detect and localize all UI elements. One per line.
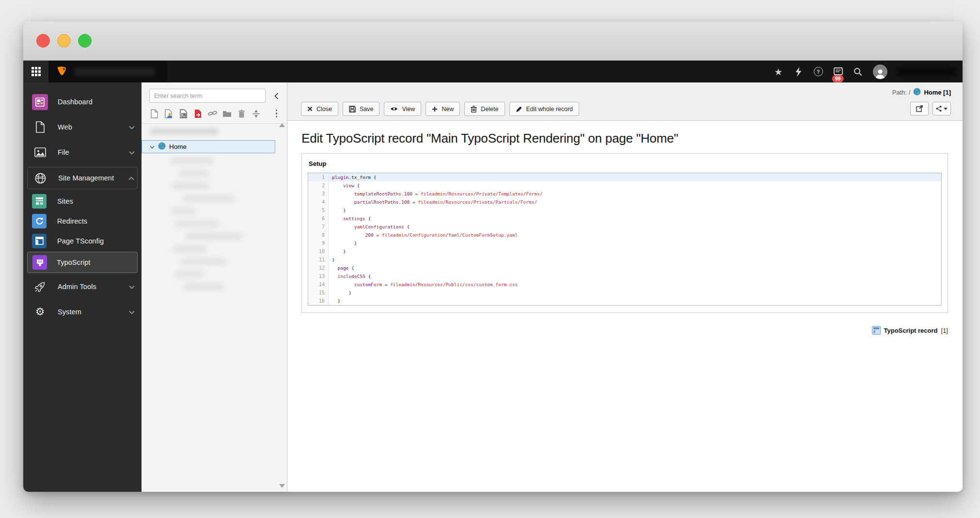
recycler-trash-icon[interactable] — [237, 109, 247, 118]
code-line: 16 } — [308, 297, 941, 305]
tree-search-input[interactable] — [149, 89, 266, 103]
new-shortcut-page-icon[interactable] — [178, 109, 189, 118]
view-button[interactable]: View — [384, 102, 421, 116]
page-tree-panel: Home — [142, 82, 287, 492]
delete-button[interactable]: Delete — [464, 102, 505, 116]
code-line: 9 } — [308, 239, 941, 247]
code-line: 15 } — [308, 289, 941, 297]
record-type-row: TypoScript record [1] — [301, 326, 948, 335]
redirects-icon — [32, 214, 47, 228]
collapse-tree-icon[interactable] — [270, 90, 282, 102]
tree-scroll-down-arrow[interactable] — [279, 484, 285, 488]
tree-scroll-up-arrow[interactable] — [279, 123, 285, 127]
tree-toolbar — [142, 103, 287, 124]
sidebar-item-label: Redirects — [57, 217, 135, 225]
new-folder-icon[interactable] — [222, 109, 232, 118]
sidebar-item-sites[interactable]: Sites — [23, 191, 142, 211]
line-number: 8 — [308, 231, 329, 239]
module-menu: Dashboard Web File — [23, 82, 142, 492]
sidebar-item-redirects[interactable]: Redirects — [23, 211, 142, 231]
sidebar-item-web[interactable]: Web — [23, 114, 142, 140]
line-number: 11 — [308, 256, 329, 264]
app-window: ★ ? 99 — [23, 21, 963, 492]
chevron-down-icon — [944, 108, 948, 110]
help-icon[interactable]: ? — [813, 67, 823, 77]
sidebar-item-file[interactable]: File — [23, 140, 142, 165]
path-page-title: Home [1] — [924, 89, 951, 96]
sidebar-item-label: TypoScript — [57, 259, 134, 266]
docheader-buttons: Close Save View — [301, 102, 910, 116]
line-number: 3 — [308, 190, 329, 198]
code-text: } — [329, 206, 346, 214]
blurred-tree-item — [175, 221, 219, 227]
edit-whole-record-button[interactable]: Edit whole record — [509, 102, 580, 116]
sidebar-item-page-tsconfig[interactable]: Page TSconfig — [23, 231, 142, 251]
sidebar-item-label: Web — [58, 123, 119, 131]
blurred-tree-item — [171, 208, 196, 214]
line-number: 13 — [308, 272, 329, 280]
tree-expand-chevron-icon[interactable] — [150, 143, 155, 150]
code-line: 14 customForm = fileadmin/Resources/Publ… — [308, 280, 941, 289]
sidebar-item-site-management[interactable]: Site Management — [28, 167, 137, 189]
line-number: 1 — [308, 173, 329, 181]
bookmark-star-icon[interactable]: ★ — [774, 67, 783, 77]
code-text: plugin.tx_form { — [329, 173, 377, 181]
web-module-icon — [32, 119, 48, 135]
blurred-tree-root-label — [150, 128, 218, 135]
chevron-down-icon — [129, 282, 135, 291]
sidebar-item-label: File — [58, 148, 119, 156]
code-line: 12 page { — [308, 264, 941, 272]
code-text: } — [329, 247, 346, 256]
code-text: page { — [329, 264, 354, 272]
blurred-tree-item — [173, 246, 206, 252]
code-text: partialRootPaths.100 = fileadmin/Resourc… — [329, 198, 537, 206]
code-line: 10 } — [308, 247, 941, 256]
chevron-down-icon — [129, 123, 135, 131]
open-documents-count-badge: 99 — [832, 75, 844, 82]
new-button[interactable]: New — [426, 102, 460, 116]
clear-cache-bolt-icon[interactable] — [793, 67, 803, 77]
line-number: 6 — [308, 214, 329, 223]
spacer-page-icon[interactable] — [251, 109, 261, 118]
new-external-url-page-icon[interactable] — [193, 109, 203, 118]
file-module-icon — [32, 145, 48, 161]
user-avatar[interactable] — [873, 65, 887, 79]
globe-page-icon — [158, 142, 166, 151]
code-line: 8 200 = fileadmin/Configuration/Yaml/Cus… — [308, 231, 941, 239]
window-titlebar[interactable] — [23, 21, 963, 61]
code-editor[interactable]: 1plugin.tx_form {2 view {3 templateRootP… — [308, 173, 942, 306]
record-count: [1] — [941, 327, 948, 334]
close-button[interactable]: Close — [301, 102, 338, 116]
sidebar-item-label: Page TSconfig — [57, 237, 135, 245]
sidebar-item-admin-tools[interactable]: Admin Tools — [23, 274, 142, 299]
tree-more-options-icon[interactable] — [276, 110, 283, 118]
search-icon[interactable] — [853, 67, 863, 77]
blurred-tree-item — [180, 259, 227, 265]
gear-icon: ⚙ — [32, 304, 48, 320]
sidebar-item-system[interactable]: ⚙ System — [23, 299, 142, 324]
blurred-site-title — [75, 68, 155, 76]
new-backend-section-page-icon[interactable] — [164, 109, 174, 118]
code-line: 11} — [308, 256, 941, 264]
mount-point-link-icon[interactable] — [207, 109, 218, 118]
typoscript-icon — [32, 255, 47, 270]
app-grid-button[interactable] — [23, 61, 48, 82]
save-button[interactable]: Save — [343, 102, 380, 116]
line-number: 7 — [308, 223, 329, 231]
open-documents-icon[interactable]: 99 — [833, 67, 843, 77]
breadcrumb: Path: / Home [1] — [287, 82, 963, 100]
code-line: 4 partialRootPaths.100 = fileadmin/Resou… — [308, 198, 941, 206]
traffic-light-close-button[interactable] — [36, 34, 50, 48]
blurred-username — [898, 67, 956, 77]
open-in-new-window-button[interactable] — [910, 102, 929, 115]
share-button[interactable] — [933, 102, 951, 115]
traffic-light-zoom-button[interactable] — [78, 34, 92, 48]
desktop-background: ★ ? 99 — [0, 0, 980, 518]
traffic-light-minimize-button[interactable] — [57, 34, 71, 48]
new-page-icon[interactable] — [149, 109, 159, 118]
sidebar-item-typoscript[interactable]: TypoScript — [28, 252, 137, 273]
tree-node-home[interactable]: Home — [142, 140, 275, 153]
page-tree[interactable]: Home — [142, 124, 287, 492]
blurred-tree-item — [183, 284, 224, 290]
sidebar-item-dashboard[interactable]: Dashboard — [23, 89, 142, 114]
